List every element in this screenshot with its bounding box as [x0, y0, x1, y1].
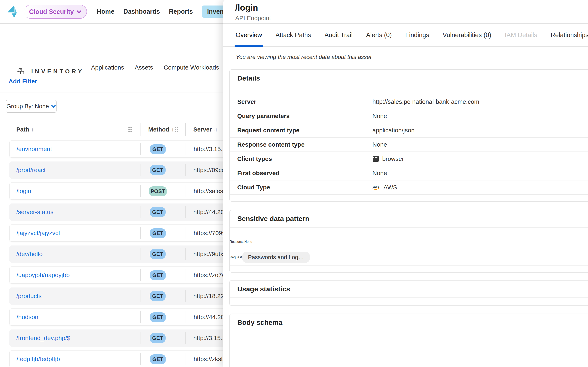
inventory-tab[interactable]: Compute Workloads	[164, 62, 219, 73]
cell-divider	[140, 332, 140, 344]
asset-type: API Endpoint	[235, 15, 271, 22]
body-schema-card: Body schema	[229, 314, 588, 367]
detail-value: aws http://sales.pc-national-bank-acme.c…	[372, 98, 479, 105]
cell-divider	[140, 227, 141, 239]
sort-icon[interactable]: ↓↑	[214, 127, 216, 133]
endpoint-path-link[interactable]: /uapoyjbb/uapoyjbb	[17, 267, 70, 284]
detail-tabs: OverviewAttack PathsAudit TrailAlerts (0…	[223, 24, 588, 47]
endpoint-path-link[interactable]: /dev/hello	[16, 245, 43, 263]
column-header-method[interactable]: Method ↓↑	[148, 122, 174, 137]
column-header-server[interactable]: Server ↓↑	[193, 122, 216, 137]
detail-label: First observed	[237, 170, 279, 176]
table-row[interactable]: /login POST http://sales.pc	[9, 183, 246, 200]
inventory-tab[interactable]: Applications	[91, 62, 124, 73]
detail-label: Response content type	[237, 141, 305, 148]
table-row[interactable]: /fedpffjb/fedpffjb GET https://zkslsyj	[9, 350, 246, 367]
cell-divider	[186, 143, 186, 155]
table-row[interactable]: /uapoyjbb/uapoyjbb GET https://zo7wlx	[9, 267, 246, 284]
add-filter-button[interactable]: Add Filter	[9, 78, 37, 85]
endpoint-path-link[interactable]: /hudson	[17, 309, 38, 325]
details-heading: Details	[230, 70, 588, 87]
cell-divider	[140, 269, 141, 281]
method-badge: POST	[149, 186, 167, 196]
page-title: INVENTORY	[31, 68, 84, 75]
method-badge: GET	[150, 291, 165, 301]
table-row[interactable]: /prod/react GET https://09ce3	[9, 161, 246, 179]
endpoint-path-link[interactable]: /fedpffjb/fedpffjb	[17, 351, 60, 367]
method-badge: GET	[150, 270, 166, 280]
sensitive-data-heading: Sensitive data pattern	[230, 210, 588, 227]
detail-tab[interactable]: Audit Trail	[324, 24, 353, 46]
detail-tab[interactable]: Relationships	[551, 24, 588, 46]
detail-row: Response content type aws	[230, 138, 588, 152]
sort-icon[interactable]: ↓↑	[31, 127, 34, 133]
table-row[interactable]: /frontend_dev.php/$ GET http://3.15.30	[9, 329, 246, 347]
cell-divider	[185, 164, 186, 176]
cell-divider	[186, 269, 186, 281]
method-badge: GET	[150, 312, 166, 322]
method-badge: GET	[150, 228, 166, 238]
method-badge: GET	[150, 165, 165, 175]
sensitive-value: None	[244, 240, 252, 244]
browser-icon	[372, 156, 379, 162]
sensitive-value: Passwords and Log…	[242, 252, 310, 263]
nav-item[interactable]: Home	[97, 6, 114, 18]
sensitive-data-card: Sensitive data pattern Response None Req…	[229, 210, 588, 273]
detail-value: aws AWS	[372, 184, 397, 191]
detail-tab[interactable]: Alerts (0)	[366, 24, 392, 46]
cell-divider	[186, 311, 186, 323]
nav-item[interactable]: Reports	[169, 6, 193, 18]
method-badge: GET	[150, 207, 165, 217]
sensitive-row: Response None	[230, 235, 588, 249]
nav-item[interactable]: Dashboards	[123, 6, 160, 18]
endpoint-path-link[interactable]: /jajyzvcf/jajyzvcf	[17, 225, 60, 242]
chevron-down-icon	[77, 10, 81, 13]
detail-label: Query parameters	[237, 113, 290, 119]
table-row[interactable]: /products GET http://18.220.	[9, 287, 246, 305]
table-row[interactable]: /environment GET http://3.15.30	[9, 141, 246, 158]
app-root: Cloud Security HomeDashboardsReportsInve…	[0, 0, 588, 367]
cell-divider	[140, 248, 140, 260]
endpoint-path-link[interactable]: /products	[16, 287, 42, 305]
usage-statistics-body	[230, 298, 588, 305]
endpoint-path-link[interactable]: /login	[17, 183, 31, 200]
panoptica-logo-icon	[8, 5, 17, 18]
detail-tab[interactable]: Vulnerabilities (0)	[443, 24, 491, 46]
column-drag-handle-icon[interactable]	[129, 127, 132, 132]
sort-icon[interactable]: ↓↑	[171, 127, 174, 133]
detail-row: Client types aws	[230, 152, 588, 166]
detail-label: Server	[237, 98, 256, 105]
detail-tab[interactable]: Findings	[405, 24, 429, 46]
cell-divider	[185, 290, 186, 302]
endpoint-path-link[interactable]: /environment	[17, 141, 52, 157]
column-drag-handle-icon[interactable]	[175, 127, 178, 132]
group-by-dropdown[interactable]: Group By: None	[6, 100, 57, 113]
usage-statistics-card: Usage statistics	[229, 280, 588, 306]
asset-title: /login	[235, 3, 258, 13]
table-row[interactable]: /dev/hello GET https://9utxm	[9, 245, 246, 263]
column-header-path[interactable]: Path ↓↑	[16, 122, 34, 137]
detail-tab[interactable]: IAM Details	[505, 24, 537, 46]
endpoint-path-link[interactable]: /frontend_dev.php/$	[16, 329, 70, 347]
cell-divider	[185, 206, 186, 218]
sensitive-label: Response	[230, 240, 244, 244]
table-row[interactable]: /server-status GET http://44.200.	[9, 203, 246, 221]
cell-divider	[140, 290, 140, 302]
endpoint-path-link[interactable]: /prod/react	[16, 161, 45, 179]
table-row[interactable]: /hudson GET http://44.200.	[9, 309, 246, 325]
product-switcher-label: Cloud Security	[29, 8, 74, 16]
cell-divider	[186, 185, 186, 197]
sensitive-rows: Response None Request Passwords and Log…	[230, 227, 588, 272]
chevron-down-icon	[51, 105, 56, 108]
detail-tab[interactable]: Overview	[236, 24, 262, 46]
detail-value: aws None	[372, 113, 387, 119]
inventory-tab[interactable]: Assets	[135, 62, 153, 73]
detail-value: aws None	[372, 141, 387, 148]
endpoint-path-link[interactable]: /server-status	[16, 203, 53, 221]
table-header: Path ↓↑ Method ↓↑ Server ↓↑	[0, 122, 223, 137]
detail-row: Server aws	[230, 95, 588, 109]
aws-icon: aws	[372, 184, 380, 191]
detail-tab[interactable]: Attack Paths	[276, 24, 311, 46]
product-switcher[interactable]: Cloud Security	[24, 5, 87, 19]
table-row[interactable]: /jajyzvcf/jajyzvcf GET https://709yg	[9, 225, 246, 242]
